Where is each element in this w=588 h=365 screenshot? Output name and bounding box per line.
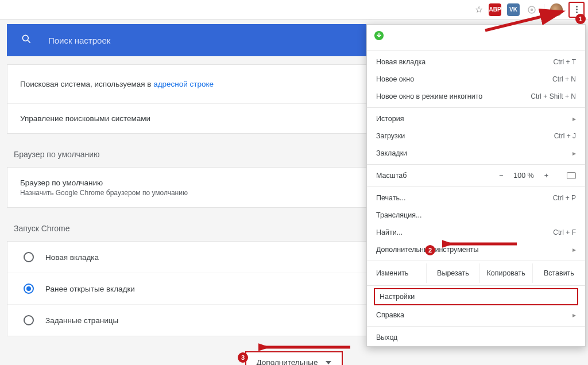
svg-point-2 (22, 35, 28, 41)
menu-shortcut: Ctrl + J (554, 132, 576, 140)
menu-shortcut: Ctrl + Shift + N (531, 92, 576, 100)
radio-icon (24, 315, 34, 325)
menu-divider (367, 107, 585, 108)
menu-zoom-label: Масштаб (376, 172, 499, 180)
extension-vk-icon[interactable]: VK (507, 3, 520, 16)
menu-item-label: Новое окно (376, 75, 552, 83)
menu-item-label: История (376, 115, 568, 123)
menu-new-window[interactable]: Новое окно Ctrl + N (367, 71, 585, 88)
annotation-badge-2: 2 (425, 245, 435, 255)
menu-new-tab[interactable]: Новая вкладка Ctrl + T (367, 53, 585, 71)
menu-exit[interactable]: Выход (367, 329, 585, 346)
zoom-in-button[interactable]: + (544, 172, 548, 180)
bookmark-star-icon[interactable]: ☆ (475, 4, 483, 15)
menu-settings-highlight: Настройки (374, 288, 578, 305)
settings-search-input[interactable] (48, 36, 220, 45)
annotation-badge-1: 1 (575, 14, 586, 24)
menu-divider (367, 164, 585, 165)
chevron-right-icon: ▸ (572, 149, 576, 157)
advanced-button[interactable]: Дополнительные (245, 351, 343, 365)
menu-item-label: Справка (376, 311, 568, 319)
menu-bookmarks[interactable]: Закладки ▸ (367, 145, 585, 162)
startup-option-label: Новая вкладка (45, 253, 99, 262)
zoom-percent: 100 % (513, 172, 533, 180)
menu-item-label: Дополнительные инструменты (376, 246, 568, 254)
menu-shortcut: Ctrl + N (552, 75, 576, 83)
profile-avatar[interactable] (550, 3, 563, 16)
menu-more-tools[interactable]: Дополнительные инструменты ▸ (367, 241, 585, 258)
menu-item-label: Закладки (376, 149, 568, 157)
search-engine-label-text: Поисковая система, используемая в (20, 80, 153, 88)
menu-downloads[interactable]: Загрузки Ctrl + J (367, 127, 585, 145)
annotation-badge-3: 3 (238, 352, 248, 363)
menu-item-label: Настройки (380, 293, 572, 301)
menu-item-label: Выход (376, 333, 576, 341)
radio-checked-icon (24, 284, 34, 294)
menu-divider (367, 326, 585, 327)
menu-copy[interactable]: Копировать (480, 263, 533, 283)
chevron-right-icon: ▸ (572, 115, 576, 123)
menu-edit-row: Изменить Вырезать Копировать Вставить (367, 263, 585, 283)
menu-divider (367, 285, 585, 286)
search-icon (21, 33, 32, 47)
menu-divider (367, 261, 585, 261)
menu-item-label: Загрузки (376, 132, 554, 140)
browser-toolbar: ☆ ABP VK (0, 0, 588, 20)
svg-line-3 (28, 41, 30, 43)
menu-shortcut: Ctrl + F (553, 228, 576, 236)
update-available-icon[interactable] (374, 30, 384, 41)
menu-shortcut: Ctrl + P (553, 194, 576, 202)
radio-icon (24, 252, 34, 262)
chevron-right-icon: ▸ (572, 311, 576, 319)
menu-edit-label: Изменить (367, 263, 427, 283)
menu-incognito[interactable]: Новое окно в режиме инкогнито Ctrl + Shi… (367, 88, 585, 105)
menu-divider (367, 187, 585, 187)
menu-cast[interactable]: Трансляция... (367, 207, 585, 224)
menu-item-label: Трансляция... (376, 211, 576, 219)
vertical-dots-icon (576, 6, 578, 13)
startup-option-label: Заданные страницы (45, 316, 118, 325)
menu-cut[interactable]: Вырезать (427, 263, 479, 283)
menu-divider (367, 51, 585, 51)
menu-help[interactable]: Справка ▸ (367, 306, 585, 324)
menu-item-label: Новое окно в режиме инкогнито (376, 92, 531, 100)
menu-zoom-row: Масштаб − 100 % + (367, 167, 585, 184)
chevron-right-icon: ▸ (572, 246, 576, 254)
extension-generic-icon[interactable] (525, 3, 538, 16)
startup-option-label: Ранее открытые вкладки (45, 285, 135, 293)
menu-shortcut: Ctrl + T (554, 58, 576, 66)
menu-history[interactable]: История ▸ (367, 110, 585, 127)
svg-point-1 (531, 8, 533, 11)
chevron-down-icon (326, 361, 331, 364)
menu-find[interactable]: Найти... Ctrl + F (367, 224, 585, 241)
menu-settings[interactable]: Настройки (377, 293, 575, 301)
menu-item-label: Найти... (376, 228, 553, 236)
toolbar-separator (544, 4, 544, 15)
fullscreen-icon[interactable] (567, 172, 576, 179)
menu-print[interactable]: Печать... Ctrl + P (367, 189, 585, 207)
advanced-label: Дополнительные (257, 358, 318, 365)
extension-abp-icon[interactable]: ABP (489, 3, 501, 16)
zoom-out-button[interactable]: − (499, 172, 503, 180)
menu-item-label: Новая вкладка (376, 58, 554, 66)
advanced-wrapper: Дополнительные (7, 351, 581, 365)
chrome-main-menu: Новая вкладка Ctrl + T Новое окно Ctrl +… (366, 24, 586, 347)
menu-paste[interactable]: Вставить (533, 263, 585, 283)
address-bar-link[interactable]: адресной строке (153, 80, 214, 88)
menu-item-label: Печать... (376, 194, 553, 202)
